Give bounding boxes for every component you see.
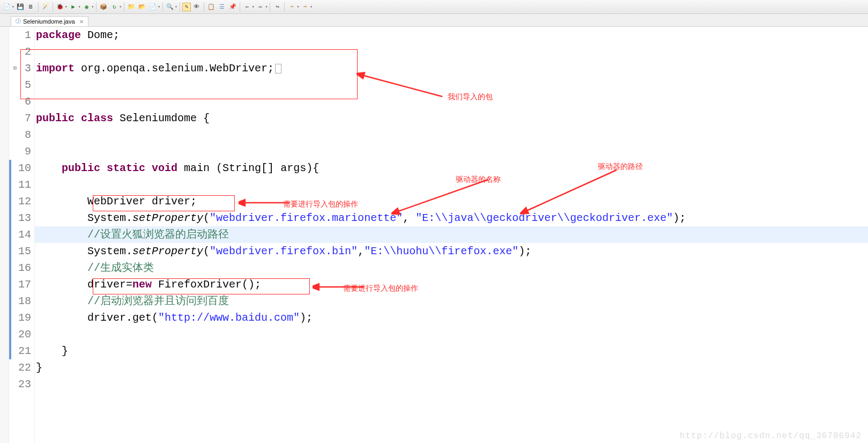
line-number: 1 xyxy=(9,27,34,43)
code-line xyxy=(35,326,868,343)
code-line xyxy=(35,143,868,160)
nav-prev-icon[interactable]: ⇦ xyxy=(242,2,252,12)
new-dropdown-icon[interactable]: 📄 xyxy=(2,2,12,12)
line-number-gutter: 1 2 ⊞3 5 6 7 8 9 10 11 12 13 14 15 16 17… xyxy=(9,27,35,443)
line-number: 6 xyxy=(9,93,34,110)
toolbar: 📄▾ 💾 🗎 🪄 🐞▾ ▶▾ ◉▾ 📦 ↻▾ 📁 📂 📄▾ 🔍▾ ✎ 👁 📋 ☰… xyxy=(0,0,868,14)
editor: 1 2 ⊞3 5 6 7 8 9 10 11 12 13 14 15 16 17… xyxy=(0,27,868,443)
tab-filename: Seleniumdome.java xyxy=(23,18,75,25)
code-line: public static void main (String[] args){ xyxy=(35,160,868,176)
run-icon[interactable]: ▶ xyxy=(69,2,78,12)
forward-icon[interactable]: ➡ xyxy=(300,2,310,12)
code-line: //启动浏览器并且访问到百度 xyxy=(35,293,868,309)
line-number: 14 xyxy=(9,226,34,243)
new-class-icon[interactable]: 📁 xyxy=(127,2,136,12)
code-line: WebDriver driver; xyxy=(35,193,868,210)
mark-icon[interactable]: 👁 xyxy=(192,2,202,12)
code-line xyxy=(35,43,868,60)
new-file-icon[interactable]: 📄 xyxy=(148,2,158,12)
coverage-icon[interactable]: ◉ xyxy=(81,2,91,12)
line-number: 19 xyxy=(9,309,34,326)
code-line xyxy=(35,77,868,93)
java-file-icon: Ⓙ xyxy=(16,18,21,25)
line-number: 15 xyxy=(9,243,34,260)
back-icon[interactable]: ⬅ xyxy=(287,2,296,12)
code-line: } xyxy=(35,359,868,376)
code-line xyxy=(35,93,868,110)
line-number: 10 xyxy=(9,160,34,176)
close-icon[interactable]: ✕ xyxy=(79,19,84,25)
save-all-icon[interactable]: 🗎 xyxy=(26,2,36,12)
save-icon[interactable]: 💾 xyxy=(16,2,25,12)
line-number: ⊞3 xyxy=(9,60,34,77)
code-line: import org.openqa.selenium.WebDriver; xyxy=(35,60,868,77)
code-line: //设置火狐浏览器的启动路径 xyxy=(35,226,868,243)
refresh-icon[interactable]: ↻ xyxy=(109,2,119,12)
code-line xyxy=(35,127,868,143)
line-number: 2 xyxy=(9,43,34,60)
line-number: 12 xyxy=(9,193,34,210)
nav-next-icon[interactable]: ⇨ xyxy=(256,2,265,12)
line-number: 13 xyxy=(9,210,34,226)
line-number: 11 xyxy=(9,176,34,193)
code-line: //生成实体类 xyxy=(35,260,868,276)
line-number: 17 xyxy=(9,276,34,293)
highlight-icon[interactable]: ✎ xyxy=(182,3,191,11)
search-icon[interactable]: 🔍 xyxy=(165,2,175,12)
line-number: 22 xyxy=(9,359,34,376)
fold-plus-icon[interactable]: ⊞ xyxy=(10,60,17,67)
watermark: http://blog.csdn.net/qq_36706942 xyxy=(680,431,862,441)
code-line: driver=new FirefoxDriver(); xyxy=(35,276,868,293)
line-number: 20 xyxy=(9,326,34,343)
tab-seleniumdome[interactable]: Ⓙ Seleniumdome.java ✕ xyxy=(11,16,88,26)
wand-icon[interactable]: 🪄 xyxy=(41,2,50,12)
code-line xyxy=(35,176,868,193)
code-line: driver.get("http://www.baidu.com"); xyxy=(35,309,868,326)
line-number: 9 xyxy=(9,143,34,160)
task-icon[interactable]: 📋 xyxy=(206,2,216,12)
line-number: 8 xyxy=(9,127,34,143)
outline-icon[interactable]: ☰ xyxy=(217,2,227,12)
new-folder-icon[interactable]: 📂 xyxy=(137,2,147,12)
line-number: 5 xyxy=(9,77,34,93)
code-line: System.setProperty("webdriver.firefox.bi… xyxy=(35,243,868,260)
pin-icon[interactable]: 📌 xyxy=(228,2,238,12)
line-number: 18 xyxy=(9,293,34,309)
code-line: package Dome; xyxy=(35,27,868,43)
line-number: 21 xyxy=(9,343,34,359)
tab-bar: Ⓙ Seleniumdome.java ✕ xyxy=(0,14,868,27)
line-number: 23 xyxy=(9,376,34,393)
line-number: 7 xyxy=(9,110,34,127)
code-line: System.setProperty("webdriver.firefox.ma… xyxy=(35,210,868,226)
code-line: } xyxy=(35,343,868,359)
new-package-icon[interactable]: 📦 xyxy=(99,2,108,12)
code-area[interactable]: package Dome; import org.openqa.selenium… xyxy=(35,27,868,443)
debug-icon[interactable]: 🐞 xyxy=(55,2,65,12)
step-icon[interactable]: ↪ xyxy=(272,2,282,12)
code-line xyxy=(35,376,868,393)
code-line: public class Seleniumdome { xyxy=(35,110,868,127)
line-number: 16 xyxy=(9,260,34,276)
left-margin xyxy=(0,27,9,443)
